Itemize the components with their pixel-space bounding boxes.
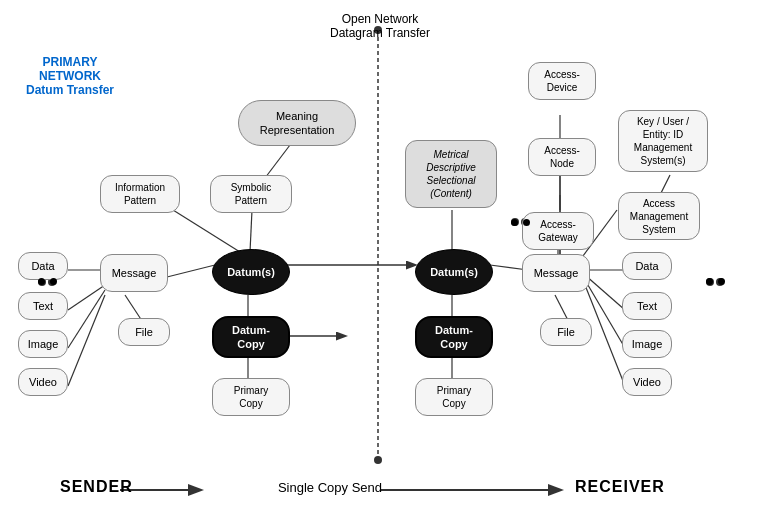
receiver-label: RECEIVER [575,478,665,496]
message-left-node: Message [100,254,168,292]
primary-copy-right-node: Primary Copy [415,378,493,416]
svg-line-18 [585,275,625,310]
meaning-representation-node: Meaning Representation [238,100,356,146]
video-left-node: Video [18,368,68,396]
access-device-node: Access- Device [528,62,596,100]
svg-line-25 [265,145,290,178]
svg-point-2 [374,456,382,464]
file-left-node: File [118,318,170,346]
image-left-node: Image [18,330,68,358]
sender-label: SENDER [60,478,133,496]
diagram: Open Network Datagram Transfer PRIMARY N… [0,0,764,520]
access-mgmt-node: Access Management System [618,192,700,240]
symbolic-pattern-node: Symbolic Pattern [210,175,292,213]
access-node-node: Access- Node [528,138,596,176]
access-gateway-node: Access- Gateway [522,212,594,250]
dot-left-2 [50,278,57,285]
single-copy-label: Single Copy Send [240,480,420,495]
key-user-node: Key / User / Entity: ID Management Syste… [618,110,708,172]
svg-line-9 [163,265,215,278]
open-network-title: Open Network Datagram Transfer [280,12,480,40]
dot-right-1 [706,278,713,285]
dot-access-1 [511,219,518,226]
message-right-node: Message [522,254,590,292]
datums-right-node: Datum(s) [415,249,493,295]
image-right-node: Image [622,330,672,358]
data-right-node: Data [622,252,672,280]
dot-right-2 [718,278,725,285]
svg-line-24 [250,210,252,252]
svg-line-8 [68,295,105,386]
datum-copy-left-node: Datum- Copy [212,316,290,358]
data-left-node: Data [18,252,68,280]
datums-left-node: Datum(s) [212,249,290,295]
dot-left-1 [38,278,45,285]
svg-line-23 [173,210,240,252]
primary-copy-left-node: Primary Copy [212,378,290,416]
datum-copy-right-node: Datum- Copy [415,316,493,358]
svg-line-6 [68,285,105,310]
text-left-node: Text [18,292,68,320]
svg-line-7 [68,290,105,348]
primary-network-title: PRIMARY NETWORK Datum Transfer [20,55,120,97]
info-pattern-node: Information Pattern [100,175,180,213]
video-right-node: Video [622,368,672,396]
text-right-node: Text [622,292,672,320]
file-right-node: File [540,318,592,346]
dot-access-2 [523,219,530,226]
metrical-node: Metrical Descriptive Selectional (Conten… [405,140,497,208]
